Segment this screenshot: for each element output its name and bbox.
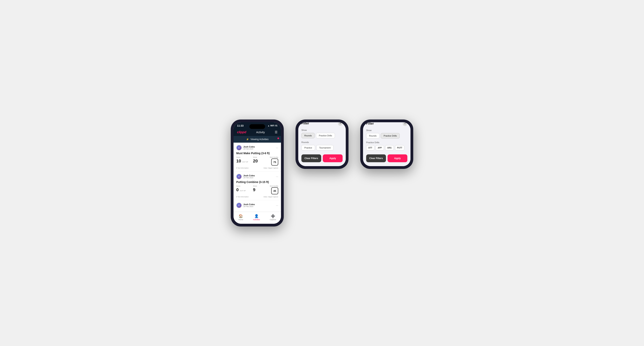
practice-drills-btn-3[interactable]: Practice Drills bbox=[381, 133, 400, 139]
stats-row-1: Score 10 OUT OF Shots 20 Shot Quality bbox=[236, 156, 278, 166]
filter-icon-1: ⚡ bbox=[246, 138, 249, 141]
capture-label-1: Capture bbox=[270, 219, 276, 221]
info-icon-2: ℹ bbox=[236, 196, 237, 198]
shot-quality-1: 75 bbox=[271, 159, 278, 166]
data-source-2: Data: Clippd Capture bbox=[264, 196, 278, 198]
nav-title-1: Activity bbox=[256, 131, 265, 134]
wifi-icon-1: WiFi bbox=[270, 125, 274, 127]
quality-label-2: Shot Quality bbox=[270, 185, 278, 187]
logo-1: clippd bbox=[237, 131, 246, 134]
capture-icon-1: ➕ bbox=[271, 214, 275, 218]
tournament-btn-2[interactable]: Tournament bbox=[316, 145, 334, 151]
filter-show-section-2: Show Rounds Practice Drills bbox=[302, 129, 342, 138]
sheet-footer-3: Clear Filters Apply bbox=[366, 154, 407, 162]
activity-card-1: JC Josh Coles 28 Feb 2023 ··· Must Make … bbox=[234, 143, 281, 172]
nav-activities-1[interactable]: 👤 Activities bbox=[253, 214, 260, 221]
user-name-3: Josh Coles bbox=[243, 203, 255, 205]
sheet-header-2: Filter ✕ bbox=[302, 122, 342, 126]
avatar-3: JC bbox=[236, 203, 242, 208]
footer-info-2: Test Information bbox=[238, 196, 248, 198]
score-value-2: 0 bbox=[236, 187, 238, 192]
out-of-1: OUT OF bbox=[242, 161, 248, 163]
rounds-btn-2[interactable]: Rounds bbox=[302, 133, 315, 138]
user-date-2: 28 Feb 2023 bbox=[243, 177, 255, 179]
out-of-2: OUT OF bbox=[240, 190, 246, 192]
activity-list: JC Josh Coles 28 Feb 2023 ··· Must Make … bbox=[234, 143, 281, 212]
sheet-header-3: Filter ✕ bbox=[366, 122, 407, 126]
status-time-1: 11:33 bbox=[237, 124, 244, 127]
filter-title-3: Filter bbox=[366, 122, 374, 125]
top-nav-1: clippd Activity ☰ bbox=[234, 128, 281, 136]
home-icon-1: 🏠 bbox=[238, 214, 243, 218]
show-buttons-3: Rounds Practice Drills bbox=[366, 133, 407, 139]
filter-rounds-section-2: Rounds Practice Tournament bbox=[302, 141, 342, 151]
putt-btn-3[interactable]: PUTT bbox=[395, 145, 404, 151]
quality-label-1: Shot Quality bbox=[270, 156, 278, 158]
show-label-2: Show bbox=[302, 129, 342, 131]
user-info-1: JC Josh Coles 28 Feb 2023 bbox=[236, 145, 255, 151]
ott-btn-3[interactable]: OTT bbox=[366, 145, 374, 151]
more-dots-2[interactable]: ··· bbox=[276, 175, 278, 178]
stats-row-2: Score 0 OUT OF Shots 9 Shot Quality bbox=[236, 185, 278, 194]
phone-1: 11:33 ▲ WiFi 81 clippd Activity ☰ ⚡ View… bbox=[231, 120, 284, 226]
user-info-2: JC Josh Coles 28 Feb 2023 bbox=[236, 174, 255, 179]
drills-buttons-3: OTT APP ARG PUTT bbox=[366, 145, 407, 151]
nav-home-1[interactable]: 🏠 Home bbox=[238, 214, 243, 221]
signal-icon-1: ▲ bbox=[268, 125, 270, 127]
data-source-1: Data: Clippd Capture bbox=[264, 167, 278, 169]
viewing-bar-1[interactable]: ⚡ Viewing Activities bbox=[234, 136, 281, 143]
score-label-2: Score bbox=[236, 185, 253, 187]
avatar-1: JC bbox=[236, 145, 242, 151]
show-buttons-2: Rounds Practice Drills bbox=[302, 133, 342, 138]
shots-value-2: 9 bbox=[253, 187, 270, 192]
dynamic-island-1 bbox=[250, 124, 265, 129]
rounds-buttons-2: Practice Tournament bbox=[302, 145, 342, 151]
shot-quality-2: 45 bbox=[271, 187, 278, 194]
user-name-1: Josh Coles bbox=[243, 146, 255, 148]
card-footer-2: ℹ Test Information Data: Clippd Capture bbox=[236, 196, 278, 198]
filter-sheet-2: Filter ✕ Show Rounds Practice Drills Rou… bbox=[298, 122, 346, 166]
practice-round-btn-2[interactable]: Practice bbox=[302, 145, 315, 151]
clear-filters-btn-3[interactable]: Clear Filters bbox=[366, 154, 386, 162]
activities-label-1: Activities bbox=[253, 219, 260, 221]
drills-label-3: Practice Drills bbox=[366, 141, 407, 144]
nav-capture-1[interactable]: ➕ Capture bbox=[270, 214, 276, 221]
status-icons-1: ▲ WiFi 81 bbox=[268, 125, 278, 127]
activity-card-2: JC Josh Coles 28 Feb 2023 ··· Putting Co… bbox=[234, 172, 281, 200]
show-label-3: Show bbox=[366, 129, 407, 132]
rounds-label-2: Rounds bbox=[302, 141, 342, 143]
apply-btn-2[interactable]: Apply bbox=[323, 154, 342, 162]
shots-label-1: Shots bbox=[253, 156, 270, 158]
filter-close-3[interactable]: ✕ bbox=[403, 122, 407, 126]
activities-icon-1: 👤 bbox=[254, 214, 258, 218]
rounds-btn-3[interactable]: Rounds bbox=[366, 133, 380, 139]
filter-sheet-3: Filter ✕ Show Rounds Practice Drills Pra… bbox=[363, 122, 410, 166]
shots-label-2: Shots bbox=[253, 185, 270, 187]
clear-filters-btn-2[interactable]: Clear Filters bbox=[302, 154, 321, 162]
filter-show-section-3: Show Rounds Practice Drills bbox=[366, 129, 407, 139]
activity-title-1: Must Make Putting (3-6 ft) bbox=[236, 152, 278, 155]
scene: 11:33 ▲ WiFi 81 clippd Activity ☰ ⚡ View… bbox=[219, 108, 425, 238]
user-date-3: 28 Feb 2023 bbox=[243, 205, 255, 207]
filter-close-2[interactable]: ✕ bbox=[338, 122, 342, 126]
filter-title-2: Filter bbox=[302, 122, 309, 125]
app-btn-3[interactable]: APP bbox=[376, 145, 384, 151]
more-dots-1[interactable]: ··· bbox=[276, 146, 278, 149]
activity-title-2: Putting Combine (3-15 ft) bbox=[236, 180, 278, 183]
battery-icon-1: 81 bbox=[275, 125, 278, 127]
home-label-1: Home bbox=[238, 219, 243, 221]
more-dots-3[interactable]: ··· bbox=[276, 204, 278, 207]
practice-drills-btn-2[interactable]: Practice Drills bbox=[316, 133, 335, 138]
filter-drills-section-3: Practice Drills OTT APP ARG PUTT bbox=[366, 141, 407, 151]
phone-2: 11:33 ▲ WiFi 81 clippd Activity ☰ ⚡ View… bbox=[296, 120, 348, 169]
info-icon-1: ℹ bbox=[236, 167, 237, 169]
menu-icon-1[interactable]: ☰ bbox=[275, 130, 278, 134]
shots-value-1: 20 bbox=[253, 159, 270, 164]
score-label-1: Score bbox=[236, 156, 253, 158]
phone-3: 11:33 ▲ WiFi 81 clippd Activity ☰ ⚡ View… bbox=[360, 120, 413, 169]
bottom-nav-1: 🏠 Home 👤 Activities ➕ Capture bbox=[234, 212, 281, 224]
arg-btn-3[interactable]: ARG bbox=[385, 145, 394, 151]
apply-btn-3[interactable]: Apply bbox=[388, 154, 407, 162]
user-info-3: JC Josh Coles 28 Feb 2023 bbox=[236, 203, 255, 208]
card-footer-1: ℹ Test Information Data: Clippd Capture bbox=[236, 167, 278, 169]
